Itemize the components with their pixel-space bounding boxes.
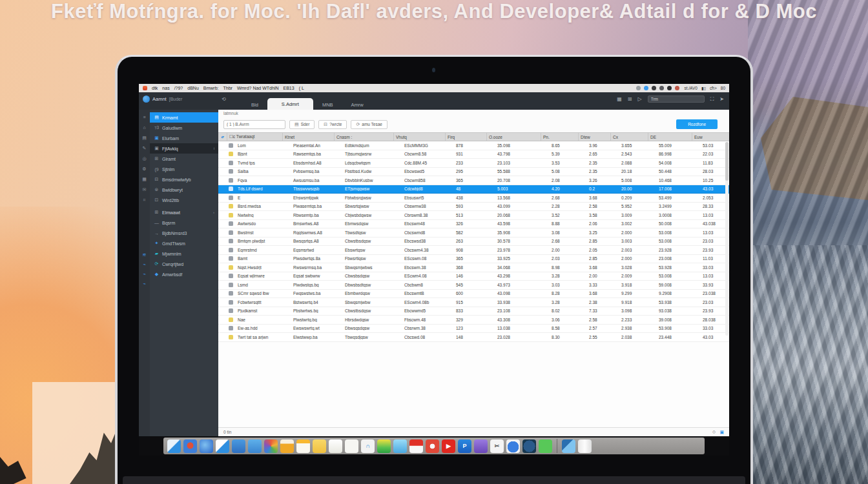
dock-icon[interactable] — [264, 439, 278, 453]
tab[interactable]: MNB — [313, 99, 342, 110]
dock-icon[interactable] — [232, 439, 245, 453]
status-icon[interactable] — [652, 86, 656, 90]
scrollbar-thumb[interactable] — [725, 142, 728, 181]
menu-item[interactable]: ( L — [299, 86, 304, 90]
table-row[interactable]: Lom Pleasemtal.An Edbkmdsjum EScMMM3G 87… — [218, 141, 729, 150]
dock-icon[interactable] — [539, 439, 552, 453]
dock-icon[interactable] — [345, 439, 358, 453]
status-text[interactable]: ▮▯ — [701, 86, 706, 91]
statusbar-icon[interactable]: ▣ — [719, 430, 724, 435]
status-icon[interactable] — [636, 86, 641, 90]
dock-icon[interactable] — [183, 439, 197, 453]
table-row[interactable]: E Ehswsmtjqwk Fbtwbsrqjwsw Ebsuswrt5 438… — [218, 194, 729, 203]
dock-icon[interactable] — [200, 439, 213, 453]
table-row[interactable]: Bsrd.mwdsa Plwasemtqs.ba Sbwsrtqjwsw Cbs… — [218, 203, 729, 212]
activity-icon[interactable]: ⚙ — [142, 166, 146, 171]
column-header[interactable]: Firq — [445, 133, 486, 141]
apple-logo-icon[interactable] — [143, 86, 147, 90]
tab[interactable]: Bld — [242, 99, 267, 110]
dock-icon[interactable]: ✂ — [490, 439, 504, 453]
dock-icon[interactable] — [506, 439, 520, 453]
filter-button[interactable]: ▤ Sder — [289, 120, 315, 129]
dock-icon[interactable] — [280, 439, 294, 453]
activity-icon-blue[interactable]: ⌁ — [143, 272, 145, 276]
status-text[interactable]: cħ> — [710, 86, 717, 90]
sidebar-item[interactable]: ⊜ Bwldbwryt — [150, 185, 218, 195]
dock-icon[interactable] — [377, 439, 391, 453]
status-icon[interactable] — [675, 86, 679, 90]
dock-icon[interactable] — [557, 439, 557, 453]
status-icon[interactable] — [659, 86, 664, 90]
dock-icon[interactable] — [426, 439, 439, 453]
window-action-icon[interactable]: ⛶ — [710, 96, 714, 103]
column-header[interactable]: ☐c Twrataaqt — [227, 133, 282, 141]
table-row[interactable]: Bwstmst Rqqtswmws.A8 Tbwsdtqsw Cbcswmd8 … — [218, 228, 729, 237]
dock-icon[interactable] — [393, 439, 407, 453]
status-icon[interactable] — [644, 86, 648, 90]
column-header[interactable]: Pn. — [541, 133, 578, 141]
primary-action-button[interactable]: Rozdfone — [676, 119, 718, 129]
table-row[interactable]: Nwtwlnq Rbwsemtp.ba Cbjwsbdqwsw Cbrswm8.… — [218, 211, 729, 220]
sidebar-item[interactable]: ✦ GmdTtwsm — [150, 238, 218, 248]
activity-icon-blue[interactable]: ⌁ — [143, 262, 145, 267]
activity-icon[interactable]: ⌂ — [143, 125, 145, 130]
dock-icon[interactable] — [248, 439, 262, 453]
activity-icon-blue[interactable]: ⌁ — [143, 281, 145, 286]
menu-item[interactable]: dtk — [152, 86, 158, 90]
table-row[interactable]: Lsmd Plwdwstqs.bq Dbwsbsdtqsw Cbcbwm8 54… — [218, 281, 729, 290]
column-header[interactable]: DE — [648, 133, 692, 141]
dock-icon[interactable] — [409, 439, 423, 453]
status-icon[interactable] — [667, 86, 672, 90]
menu-item[interactable]: Bmwrb: — [203, 86, 219, 90]
column-header[interactable]: Vhutq — [393, 133, 445, 141]
activity-icon[interactable]: ✎ — [143, 146, 147, 150]
menu-item[interactable]: dBNu — [187, 86, 199, 90]
activity-icon[interactable]: ▤ — [142, 136, 147, 140]
sidebar-item[interactable]: ⊞ Elmwawt › — [150, 207, 218, 217]
filter-button[interactable]: ⊟ ?wrcte — [318, 120, 347, 129]
dock-icon[interactable] — [578, 439, 592, 453]
status-text[interactable]: st./AV0 — [684, 86, 697, 90]
table-row[interactable]: Bamt Plwsdwrtqs.8a Fbwsrtlqsw EScswm.08 … — [218, 255, 729, 264]
toolbar-icon[interactable]: ▦ — [617, 96, 622, 102]
dock-icon[interactable] — [313, 439, 326, 453]
sidebar-item[interactable]: ⊞ Glramt — [150, 154, 218, 164]
activity-icon[interactable]: ✉ — [143, 187, 147, 192]
activity-icon[interactable]: ◎ — [142, 156, 146, 161]
toolbar-icon[interactable]: ▷ — [638, 96, 642, 102]
tab[interactable]: Amrw — [342, 99, 373, 110]
filter-button[interactable]: ⟳ amu Tesae — [351, 120, 388, 129]
dock-icon[interactable] — [296, 439, 310, 453]
dock-icon[interactable]: ∩ — [361, 439, 375, 453]
table-row[interactable]: Twrt tat sa arjwn Elwstwwp.ba Tbwqsdjqsw… — [218, 333, 729, 342]
dock-icon[interactable]: P — [458, 439, 471, 453]
table-row[interactable]: Awtwrsdo Bmswrtws.A8 Ebmwsdqsw Ebcswm48 … — [218, 220, 729, 229]
sidebar-item[interactable]: (9 Sjtnlm — [150, 164, 218, 174]
table-row[interactable]: Nqst.Hwsdrjt Rwswsrmsq.ba Sbwqsmjwbws Eb… — [218, 263, 729, 272]
window-action-icon[interactable]: ➤ — [719, 96, 724, 103]
column-header[interactable]: O.ooze — [486, 133, 541, 141]
app-icon[interactable] — [143, 96, 150, 103]
dock-icon[interactable] — [522, 439, 536, 453]
activity-icon[interactable]: ≡ — [143, 115, 145, 119]
table-row[interactable]: Ew-as.hdd Ewswswrtq.wt Dbwsqsdqsw Cbsrwm… — [218, 325, 729, 334]
menu-item[interactable]: nas — [162, 86, 169, 90]
menu-item[interactable]: Wmrd? Nad WTdhlN — [237, 86, 279, 90]
dock-icon[interactable]: ▶ — [442, 439, 455, 453]
sidebar-item[interactable]: ⊟ Bmsdmwlwfyb — [150, 174, 218, 185]
table-row[interactable]: Bmtqm plwdjst Bwsqsrtqs.A8 Cbwstbsdqsw E… — [218, 237, 729, 247]
dock-icon[interactable] — [216, 439, 229, 453]
table-row[interactable]: Tds.Lif dswrd Tbsswvwsqsb ETjsmqqwsw Cdc… — [218, 185, 729, 194]
dock-icon[interactable] — [562, 439, 575, 453]
menu-item[interactable]: /?9? — [174, 86, 183, 90]
menu-item[interactable]: EB13 — [284, 86, 294, 90]
refresh-icon[interactable]: ⟲ — [222, 96, 226, 102]
vertical-scrollbar[interactable] — [725, 142, 728, 336]
toolbar-icon[interactable]: ⊞ — [628, 96, 632, 102]
sidebar-item[interactable]: — Bqsrm — [150, 217, 218, 228]
titlebar-search-input[interactable] — [648, 96, 705, 103]
sidebar-item[interactable]: ▤ Krmamt — [150, 112, 218, 123]
table-search-input[interactable] — [223, 120, 285, 129]
sidebar-item[interactable]: ▣ FjtAvklq i — [150, 143, 218, 154]
tab[interactable]: S.Admrt — [267, 98, 313, 110]
